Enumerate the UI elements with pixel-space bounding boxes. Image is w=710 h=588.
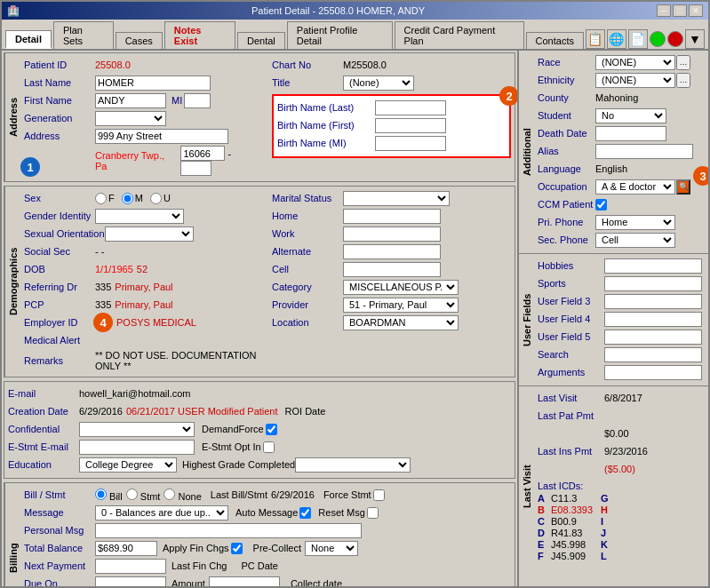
tab-contacts[interactable]: Contacts xyxy=(526,32,584,49)
generation-select[interactable] xyxy=(95,111,166,126)
user-field5-label: User Field 5 xyxy=(538,331,604,342)
maximize-button[interactable]: □ xyxy=(673,4,687,17)
badge-1: 1 xyxy=(20,157,40,177)
sex-f-label[interactable]: F xyxy=(95,193,115,204)
tab-cases[interactable]: Cases xyxy=(116,32,163,49)
alternate-phone-input[interactable] xyxy=(343,244,441,259)
bill-radio[interactable] xyxy=(95,489,107,500)
pre-collect-select[interactable]: None xyxy=(305,541,358,556)
stmt-radio[interactable] xyxy=(126,489,138,500)
tool-icon-red[interactable] xyxy=(667,31,683,47)
tab-dental[interactable]: Dental xyxy=(237,32,285,49)
alias-input[interactable] xyxy=(595,144,693,159)
address-input[interactable] xyxy=(95,129,228,144)
provider-select[interactable]: 51 - Primary, Paul xyxy=(343,298,459,313)
student-select[interactable]: No xyxy=(595,108,666,123)
first-name-input[interactable] xyxy=(95,93,166,108)
sexual-orient-select[interactable] xyxy=(105,226,194,242)
estmt-email-label: E-Stmt E-mail xyxy=(8,441,79,452)
search-input[interactable] xyxy=(604,347,702,362)
demographics-section: Demographics Sex F M xyxy=(4,186,515,377)
ccm-patient-check[interactable] xyxy=(595,199,607,211)
minimize-button[interactable]: ─ xyxy=(657,4,671,17)
close-button[interactable]: ✕ xyxy=(689,4,703,17)
none-radio-label[interactable]: None xyxy=(164,489,201,502)
estmt-email-input[interactable] xyxy=(79,440,195,455)
tab-notes-exist[interactable]: Notes Exist xyxy=(164,21,235,49)
total-balance-input[interactable] xyxy=(95,541,157,556)
tab-patient-profile[interactable]: Patient Profile Detail xyxy=(287,21,393,49)
user-field4-input[interactable] xyxy=(604,312,702,327)
sex-m-label[interactable]: M xyxy=(122,193,143,204)
none-radio[interactable] xyxy=(164,489,175,500)
apply-fin-chgs-check[interactable] xyxy=(231,543,243,554)
zip-input[interactable] xyxy=(180,146,225,161)
ethnicity-btn[interactable]: … xyxy=(676,73,690,88)
user-field5-input[interactable] xyxy=(604,330,702,345)
hobbies-input[interactable] xyxy=(604,258,702,274)
last-ins-pmt-amount: ($5.00) xyxy=(604,464,635,474)
education-select[interactable]: College Degree xyxy=(79,457,177,473)
tab-detail[interactable]: Detail xyxy=(5,30,52,49)
billing-section: Billing Bill / Stmt Bill Stmt None xyxy=(4,482,515,586)
gender-id-select[interactable] xyxy=(95,209,184,224)
occupation-select[interactable]: A & E doctor xyxy=(595,179,675,195)
birth-name-last-input[interactable] xyxy=(375,100,446,115)
zip-ext-input[interactable] xyxy=(180,161,211,176)
next-payment-input[interactable] xyxy=(95,559,166,574)
due-on-input[interactable] xyxy=(95,576,166,587)
tool-icon-3[interactable]: 📄 xyxy=(628,29,648,49)
cell-phone-input[interactable] xyxy=(343,262,441,277)
conf-comm-select[interactable] xyxy=(79,422,195,437)
message-select[interactable]: 0 - Balances are due up.. xyxy=(95,505,228,520)
tool-icon-1[interactable]: 📋 xyxy=(586,29,605,49)
birth-name-first-input[interactable] xyxy=(375,118,446,133)
ethnicity-label: Ethnicity xyxy=(538,75,595,85)
chart-no-row: Chart No M25508.0 xyxy=(272,57,511,73)
conf-comm-label: Confidential xyxy=(8,424,79,434)
icd-c: C xyxy=(538,516,550,527)
sex-u-radio[interactable] xyxy=(150,193,162,204)
sec-phone-select[interactable]: Cell xyxy=(595,233,675,248)
tool-icon-arrow[interactable]: ▼ xyxy=(685,29,705,49)
personal-msg-input[interactable] xyxy=(95,523,362,538)
tab-plan-sets[interactable]: Plan Sets xyxy=(53,21,114,49)
title-select[interactable]: (None) xyxy=(343,75,414,91)
race-btn[interactable]: … xyxy=(676,55,690,70)
address-left-col: Patient ID 25508.0 Last Name First Name … xyxy=(24,57,263,178)
arguments-input[interactable] xyxy=(604,365,702,380)
auto-message-check[interactable] xyxy=(299,507,311,519)
marital-select[interactable] xyxy=(343,191,450,206)
work-phone-input[interactable] xyxy=(343,226,441,242)
pri-phone-select[interactable]: Home xyxy=(595,215,675,230)
tool-icon-green[interactable] xyxy=(650,31,666,47)
gender-id-label: Gender Identity xyxy=(24,211,95,221)
estmt-opt-check[interactable] xyxy=(263,441,275,453)
reset-msg-check[interactable] xyxy=(367,507,379,519)
sex-u-label[interactable]: U xyxy=(150,193,171,204)
user-field3-input[interactable] xyxy=(604,294,702,309)
demand-force-check[interactable] xyxy=(266,424,277,435)
highest-grade-select[interactable] xyxy=(295,457,411,473)
last-name-input[interactable] xyxy=(95,75,211,91)
tab-credit-card[interactable]: Credit Card Payment Plan xyxy=(395,21,524,49)
sports-input[interactable] xyxy=(604,276,702,291)
category-select[interactable]: MISCELLANEOUS PA xyxy=(343,280,459,295)
stmt-radio-label[interactable]: Stmt xyxy=(126,489,161,502)
ethnicity-select[interactable]: (NONE) xyxy=(595,73,675,88)
last-fin-chg-label: Last Fin Chg xyxy=(172,560,227,571)
last-name-row: Last Name xyxy=(24,75,263,91)
sex-m-radio[interactable] xyxy=(122,193,133,204)
force-stmt-check[interactable] xyxy=(373,489,385,501)
home-phone-input[interactable] xyxy=(343,209,441,224)
sex-f-radio[interactable] xyxy=(95,193,107,204)
amount-input[interactable] xyxy=(209,576,280,587)
tool-icon-2[interactable]: 🌐 xyxy=(607,29,626,49)
bill-radio-label[interactable]: Bill xyxy=(95,489,123,502)
occupation-btn[interactable]: 🔍 xyxy=(676,179,690,195)
birth-name-mi-input[interactable] xyxy=(375,136,446,151)
mi-input[interactable] xyxy=(184,93,211,108)
death-date-input[interactable] xyxy=(595,126,666,141)
location-select[interactable]: BOARDMAN xyxy=(343,315,459,330)
race-select[interactable]: (NONE) xyxy=(595,55,675,70)
